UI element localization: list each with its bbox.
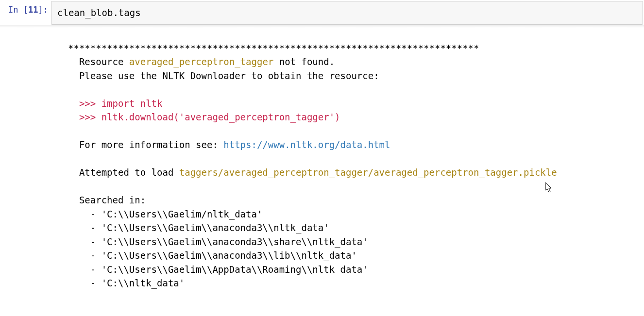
prompt-bracket-open: [ xyxy=(23,5,28,15)
input-cell: In [11]: clean_blob.tags xyxy=(0,0,644,25)
info-link[interactable]: https://www.nltk.org/data.html xyxy=(223,139,390,150)
searched-path-0: - 'C:\\Users\\Gaelim/nltk_data' xyxy=(68,209,262,219)
prompt-number: 11 xyxy=(28,5,38,15)
stars-line: ****************************************… xyxy=(68,43,479,53)
output-area: ****************************************… xyxy=(0,41,644,290)
searched-path-5: - 'C:\\nltk_data' xyxy=(68,278,185,288)
please-line: Please use the NLTK Downloader to obtain… xyxy=(68,70,379,81)
prompt-label: In xyxy=(8,5,23,15)
output-prompt-spacer xyxy=(0,41,51,290)
input-prompt: In [11]: xyxy=(0,0,51,15)
code-text: clean_blob.tags xyxy=(57,7,141,18)
searched-path-1: - 'C:\\Users\\Gaelim\\anaconda3\\nltk_da… xyxy=(68,222,329,233)
nltk-code-line1: >>> import nltk xyxy=(68,98,162,109)
searched-header: Searched in: xyxy=(68,195,146,205)
code-input[interactable]: clean_blob.tags xyxy=(51,1,643,25)
searched-path-2: - 'C:\\Users\\Gaelim\\anaconda3\\share\\… xyxy=(68,236,368,247)
resource-prefix: Resource xyxy=(68,56,129,67)
cell-shadow xyxy=(0,25,644,28)
searched-path-3: - 'C:\\Users\\Gaelim\\anaconda3\\lib\\nl… xyxy=(68,250,357,261)
searched-path-4: - 'C:\\Users\\Gaelim\\AppData\\Roaming\\… xyxy=(68,264,368,275)
resource-suffix: not found. xyxy=(273,56,335,67)
attempted-prefix: Attempted to load xyxy=(68,167,179,178)
resource-name: averaged_perceptron_tagger xyxy=(129,56,273,67)
attempted-path: taggers/averaged_perceptron_tagger/avera… xyxy=(179,167,557,178)
output-text[interactable]: ****************************************… xyxy=(51,41,644,290)
prompt-bracket-close: ]: xyxy=(38,5,48,15)
nltk-code-line2: >>> nltk.download('averaged_perceptron_t… xyxy=(68,112,340,122)
info-prefix: For more information see: xyxy=(68,139,223,150)
